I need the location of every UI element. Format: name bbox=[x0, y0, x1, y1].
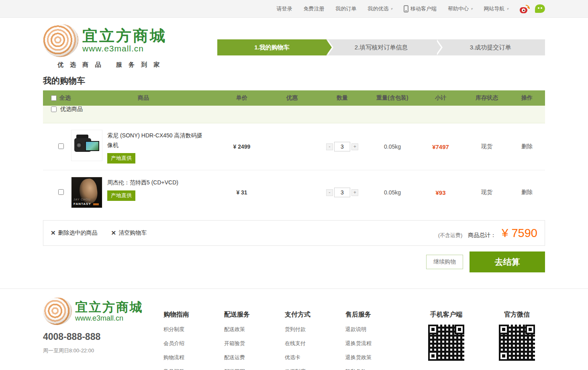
checkout-button[interactable]: 去结算 bbox=[470, 251, 545, 272]
topbar: 请登录 免费注册 我的订单 我的优选 ▾ 移动客户端 帮助中心 ▾ 网站导航 ▾ bbox=[0, 0, 588, 18]
product-title[interactable]: 索尼 (SONY) HDR-CX450 高清数码摄像机 bbox=[107, 131, 208, 150]
cart-item-row: 索尼 (SONY) HDR-CX450 高清数码摄像机 产地直供 ¥ 2499 … bbox=[43, 123, 545, 170]
footer-link[interactable]: 隐私条款 bbox=[345, 368, 406, 370]
qr-code-image bbox=[428, 325, 464, 361]
item-weight: 0.05kg bbox=[368, 143, 416, 150]
checkout-steps: 1.我的购物车 2.填写核对订单信息 3.成功提交订单 bbox=[217, 39, 545, 55]
footer-link[interactable]: 退换货政策 bbox=[345, 354, 406, 361]
qr-code-image bbox=[499, 325, 535, 361]
footer-link[interactable]: 退换货流程 bbox=[345, 340, 406, 347]
total-value: ¥ 7590 bbox=[502, 227, 537, 240]
my-picks-menu[interactable]: 我的优选 ▾ bbox=[368, 5, 392, 12]
logo-title: 宜立方商城 bbox=[82, 28, 167, 44]
footer-link[interactable]: 配送范围 bbox=[224, 368, 285, 370]
qty-input[interactable] bbox=[334, 142, 350, 151]
header-product: 商品 bbox=[71, 94, 216, 102]
footer-logo: 宜立方商城 www.e3mall.cn bbox=[43, 298, 163, 325]
weibo-icon[interactable] bbox=[520, 4, 530, 13]
shell-logo-image bbox=[43, 298, 72, 325]
delete-selected-button[interactable]: ✕ 删除选中的商品 bbox=[51, 229, 98, 237]
clear-cart-button[interactable]: ✕ 清空购物车 bbox=[111, 229, 147, 237]
footer-link[interactable]: 常见问题 bbox=[163, 368, 224, 370]
header-weight: 重量(含包装) bbox=[368, 94, 416, 102]
step-arrow bbox=[435, 39, 441, 55]
cart-table-header: 全选 商品 单价 优惠 数量 重量(含包装) 小计 库存状态 操作 bbox=[43, 90, 545, 106]
delete-item-link[interactable]: 删除 bbox=[521, 143, 533, 149]
chevron-down-icon: ▾ bbox=[390, 7, 392, 11]
qty-decrease-button[interactable]: - bbox=[326, 143, 333, 150]
stock-status: 现货 bbox=[465, 143, 509, 150]
help-center-menu[interactable]: 帮助中心 ▾ bbox=[448, 5, 473, 12]
delete-item-link[interactable]: 删除 bbox=[521, 189, 533, 195]
logo[interactable]: 宜立方商城 www.e3mall.cn 优 选 商 品 服 务 到 家 bbox=[43, 24, 167, 69]
group-select-checkbox[interactable] bbox=[51, 106, 57, 112]
service-hours: 周一至周日8:00-22:00 bbox=[43, 347, 163, 354]
footer-link[interactable]: 购物流程 bbox=[163, 354, 224, 361]
footer-link[interactable]: 开箱验货 bbox=[224, 340, 285, 347]
origin-direct-badge: 产地直供 bbox=[107, 190, 135, 201]
footer-link[interactable]: 会员介绍 bbox=[163, 340, 224, 347]
quantity-stepper: - + bbox=[326, 142, 358, 151]
footer-link-columns: 购物指南 积分制度 会员介绍 购物流程 常见问题 配送服务 配送政策 开箱验货 … bbox=[163, 298, 406, 370]
header-unit-price: 单价 bbox=[216, 94, 268, 102]
header-subtotal: 小计 bbox=[416, 94, 465, 102]
footer-link[interactable]: 配送运费 bbox=[224, 354, 285, 361]
item-checkbox[interactable] bbox=[58, 143, 64, 149]
cart-group-row: 优选商品 bbox=[43, 106, 545, 123]
qty-decrease-button[interactable]: - bbox=[326, 189, 333, 196]
step-submit-success: 3.成功提交订单 bbox=[436, 39, 545, 55]
site-header: 宜立方商城 www.e3mall.cn 优 选 商 品 服 务 到 家 1.我的… bbox=[0, 18, 588, 69]
qty-input[interactable] bbox=[334, 188, 350, 197]
social-icons bbox=[520, 4, 545, 13]
total-label: 商品总计： bbox=[468, 232, 496, 239]
page-title: 我的购物车 bbox=[43, 75, 545, 86]
quantity-stepper: - + bbox=[326, 188, 358, 197]
qty-increase-button[interactable]: + bbox=[351, 143, 358, 150]
footer-link[interactable]: 发票制度 bbox=[285, 368, 345, 370]
item-subtotal: ¥93 bbox=[416, 189, 465, 196]
footer-link[interactable]: 退款说明 bbox=[345, 326, 406, 333]
register-link[interactable]: 免费注册 bbox=[303, 5, 324, 12]
footer-col-delivery: 配送服务 配送政策 开箱验货 配送运费 配送范围 bbox=[224, 298, 285, 370]
origin-direct-badge: 产地直供 bbox=[107, 153, 135, 164]
footer-link[interactable]: 优选卡 bbox=[285, 354, 345, 361]
step-arrow bbox=[326, 39, 332, 55]
step-cart: 1.我的购物车 bbox=[217, 39, 327, 55]
item-checkbox[interactable] bbox=[58, 189, 64, 195]
qr-mobile-app: 手机客户端 bbox=[425, 298, 467, 370]
site-footer: 宜立方商城 www.e3mall.cn 4008-888-888 周一至周日8:… bbox=[0, 288, 588, 370]
main-content: 我的购物车 全选 商品 单价 优惠 数量 重量(含包装) 小计 库存状态 操作 … bbox=[43, 75, 545, 272]
header-quantity: 数量 bbox=[316, 94, 368, 102]
chevron-down-icon: ▾ bbox=[471, 7, 473, 11]
product-image-camcorder[interactable] bbox=[71, 130, 102, 161]
footer-col-after-sales: 售后服务 退款说明 退换货流程 退换货政策 隐私条款 bbox=[345, 298, 406, 370]
qty-increase-button[interactable]: + bbox=[351, 189, 358, 196]
step-confirm-order: 2.填写核对订单信息 bbox=[327, 39, 436, 55]
item-weight: 0.05kg bbox=[368, 189, 416, 196]
phone-icon bbox=[404, 5, 408, 12]
product-image-album[interactable]: JAY CHOU FANTASY bbox=[71, 177, 102, 208]
footer-link[interactable]: 货到付款 bbox=[285, 326, 345, 333]
footer-col-shopping-guide: 购物指南 积分制度 会员介绍 购物流程 常见问题 bbox=[163, 298, 224, 370]
footer-link[interactable]: 配送政策 bbox=[224, 326, 285, 333]
footer-link[interactable]: 积分制度 bbox=[163, 326, 224, 333]
group-label: 优选商品 bbox=[60, 106, 83, 113]
login-link[interactable]: 请登录 bbox=[276, 5, 292, 12]
freight-note: (不含运费) bbox=[438, 232, 463, 239]
logo-tagline: 优 选 商 品 服 务 到 家 bbox=[43, 61, 167, 69]
mobile-client-link[interactable]: 移动客户端 bbox=[404, 5, 437, 12]
product-title[interactable]: 周杰伦：范特西5 (CD+VCD) bbox=[107, 178, 178, 187]
album-cover-text: JAY CHOU FANTASY bbox=[74, 197, 91, 206]
continue-shopping-button[interactable]: 继续购物 bbox=[426, 255, 463, 269]
site-nav-menu[interactable]: 网站导航 ▾ bbox=[484, 5, 508, 12]
header-stock: 库存状态 bbox=[465, 94, 509, 102]
my-orders-link[interactable]: 我的订单 bbox=[335, 5, 356, 12]
select-all-checkbox[interactable] bbox=[51, 95, 57, 101]
item-subtotal: ¥7497 bbox=[416, 143, 465, 150]
wechat-icon[interactable] bbox=[535, 4, 545, 13]
chevron-down-icon: ▾ bbox=[506, 7, 508, 11]
close-icon: ✕ bbox=[111, 229, 116, 237]
shell-logo-image bbox=[43, 24, 78, 57]
footer-link[interactable]: 在线支付 bbox=[285, 340, 345, 347]
footer-qr-area: 手机客户端 官方微信 bbox=[425, 298, 538, 370]
